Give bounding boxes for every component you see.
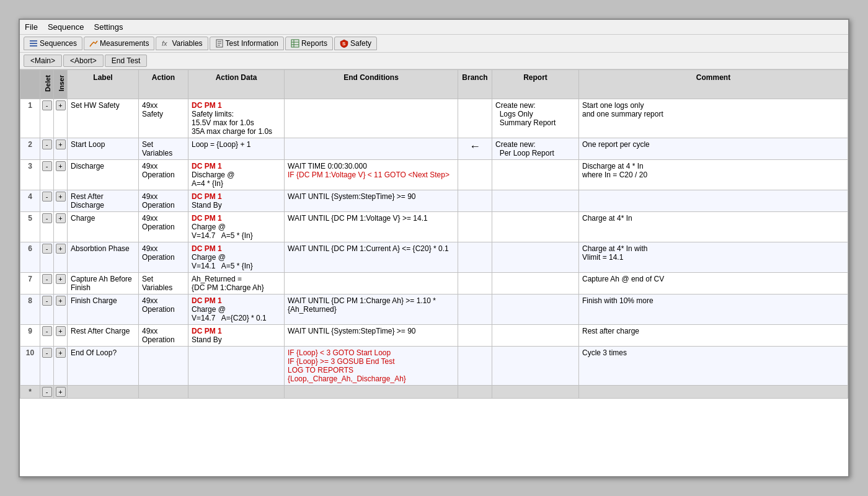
table-row: 9 - + Rest After Charge 49xxOperation DC… bbox=[20, 324, 848, 346]
label-cell: Discharge bbox=[68, 159, 139, 190]
branch-cell bbox=[458, 294, 492, 324]
delete-cell: - bbox=[40, 272, 54, 294]
end-cond-cell: IF {Loop} < 3 GOTO Start Loop IF {Loop} … bbox=[285, 346, 458, 385]
insert-btn[interactable]: + bbox=[56, 140, 66, 149]
end-test-button[interactable]: End Test bbox=[105, 55, 147, 67]
tab-safety[interactable]: S Safety bbox=[334, 37, 377, 50]
delete-btn[interactable]: - bbox=[42, 326, 52, 336]
delete-btn[interactable]: - bbox=[42, 213, 52, 223]
report-cell bbox=[492, 242, 579, 272]
label-cell: Absorbtion Phase bbox=[68, 242, 139, 272]
menu-sequence[interactable]: Sequence bbox=[48, 22, 84, 32]
row-num: 5 bbox=[20, 211, 40, 242]
end-cond-cell bbox=[285, 138, 458, 159]
action-cell: 49xxOperation bbox=[139, 294, 188, 324]
label-cell: Charge bbox=[68, 211, 139, 242]
action-cell: 49xxOperation bbox=[139, 211, 188, 242]
insert-btn[interactable]: + bbox=[56, 326, 66, 336]
insert-btn[interactable]: + bbox=[56, 244, 66, 254]
delete-btn[interactable]: - bbox=[42, 348, 52, 358]
tab-reports[interactable]: Reports bbox=[285, 37, 333, 50]
row-num: 9 bbox=[20, 324, 40, 346]
abort-button[interactable]: <Abort> bbox=[63, 55, 104, 67]
comment-cell: Capture Ah @ end of CV bbox=[579, 272, 848, 294]
insert-btn[interactable]: + bbox=[56, 192, 66, 202]
delete-btn[interactable]: - bbox=[42, 100, 52, 110]
action-cell: 49xxOperation bbox=[139, 324, 188, 346]
action-data-cell: DC PM 1 Charge @ V=14.1 A=5 * {In} bbox=[188, 242, 285, 272]
tab-sequences[interactable]: Sequences bbox=[24, 37, 82, 50]
delete-cell: - bbox=[40, 159, 54, 190]
row-num: 7 bbox=[20, 272, 40, 294]
delete-btn[interactable]: - bbox=[42, 274, 52, 284]
report-cell: Create new: Per Loop Report bbox=[492, 138, 579, 159]
end-cond-cell: WAIT UNTIL {DC PM 1:Current A} <= {C20} … bbox=[285, 242, 458, 272]
sequence-table: Delet Inser Label Action Action Data End… bbox=[20, 69, 848, 399]
table-icon bbox=[291, 39, 299, 48]
action-data-cell: DC PM 1 Charge @ V=14.7 A={C20} * 0.1 bbox=[188, 294, 285, 324]
end-cond-cell bbox=[285, 99, 458, 138]
svg-rect-8 bbox=[291, 40, 299, 47]
insert-cell: + bbox=[54, 324, 68, 346]
delete-btn[interactable]: - bbox=[42, 161, 52, 171]
menubar: File Sequence Settings bbox=[20, 20, 848, 35]
end-cond-cell bbox=[285, 272, 458, 294]
fx-icon: fx bbox=[161, 39, 170, 48]
main-button[interactable]: <Main> bbox=[24, 55, 62, 67]
header-insert: Inser bbox=[54, 70, 68, 99]
insert-btn[interactable]: + bbox=[56, 387, 66, 397]
header-num bbox=[20, 70, 40, 99]
comment-cell: Charge at 4* In bbox=[579, 211, 848, 242]
tab-variables[interactable]: fx Variables bbox=[156, 37, 208, 50]
tab-toolbar: Sequences Measurements fx Variables Test… bbox=[20, 35, 848, 53]
insert-btn[interactable]: + bbox=[56, 161, 66, 171]
label-cell: Start Loop bbox=[68, 138, 139, 159]
delete-btn[interactable]: - bbox=[42, 387, 52, 397]
action-data-cell: DC PM 1 Charge @ V=14.7 A=5 * {In} bbox=[188, 211, 285, 242]
delete-cell: - bbox=[40, 99, 54, 138]
row-num: 1 bbox=[20, 99, 40, 138]
tab-test-information[interactable]: Test Information bbox=[210, 37, 284, 50]
header-comment: Comment bbox=[579, 70, 848, 99]
insert-cell: + bbox=[54, 138, 68, 159]
end-cond-cell: WAIT UNTIL {DC PM 1:Voltage V} >= 14.1 bbox=[285, 211, 458, 242]
table-row: 4 - + Rest After Discharge 49xxOperation… bbox=[20, 190, 848, 211]
comment-cell: One report per cycle bbox=[579, 138, 848, 159]
sequence-table-container: Delet Inser Label Action Action Data End… bbox=[20, 69, 848, 476]
menu-file[interactable]: File bbox=[25, 22, 38, 32]
action-data-cell: DC PM 1 Safety limits: 15.5V max for 1.0… bbox=[188, 99, 285, 138]
comment-cell: Cycle 3 times bbox=[579, 346, 848, 385]
branch-cell bbox=[458, 272, 492, 294]
delete-cell: - bbox=[40, 385, 54, 398]
delete-cell: - bbox=[40, 324, 54, 346]
branch-cell bbox=[458, 99, 492, 138]
delete-btn[interactable]: - bbox=[42, 296, 52, 306]
insert-btn[interactable]: + bbox=[56, 100, 66, 110]
branch-cell bbox=[458, 190, 492, 211]
end-cond-cell: WAIT UNTIL {DC PM 1:Charge Ah} >= 1.10 *… bbox=[285, 294, 458, 324]
insert-btn[interactable]: + bbox=[56, 274, 66, 284]
delete-btn[interactable]: - bbox=[42, 192, 52, 202]
tab-measurements[interactable]: Measurements bbox=[84, 37, 154, 50]
insert-btn[interactable]: + bbox=[56, 296, 66, 306]
table-row: 5 - + Charge 49xxOperation DC PM 1 Charg… bbox=[20, 211, 848, 242]
header-report: Report bbox=[492, 70, 579, 99]
delete-cell: - bbox=[40, 294, 54, 324]
delete-btn[interactable]: - bbox=[42, 244, 52, 254]
list-icon bbox=[29, 39, 38, 48]
insert-btn[interactable]: + bbox=[56, 348, 66, 358]
chart-icon bbox=[89, 39, 98, 48]
main-window: File Sequence Settings Sequences Measure… bbox=[19, 19, 849, 477]
action-data-cell: DC PM 1 Stand By bbox=[188, 190, 285, 211]
branch-cell: ← bbox=[458, 138, 492, 159]
delete-btn[interactable]: - bbox=[42, 140, 52, 149]
action-data-cell: Ah_Returned = {DC PM 1:Charge Ah} bbox=[188, 272, 285, 294]
doc-icon bbox=[215, 39, 224, 48]
header-action: Action bbox=[139, 70, 188, 99]
delete-cell: - bbox=[40, 138, 54, 159]
svg-rect-2 bbox=[30, 45, 37, 46]
report-cell bbox=[492, 294, 579, 324]
insert-btn[interactable]: + bbox=[56, 213, 66, 223]
report-cell bbox=[492, 272, 579, 294]
menu-settings[interactable]: Settings bbox=[94, 22, 123, 32]
